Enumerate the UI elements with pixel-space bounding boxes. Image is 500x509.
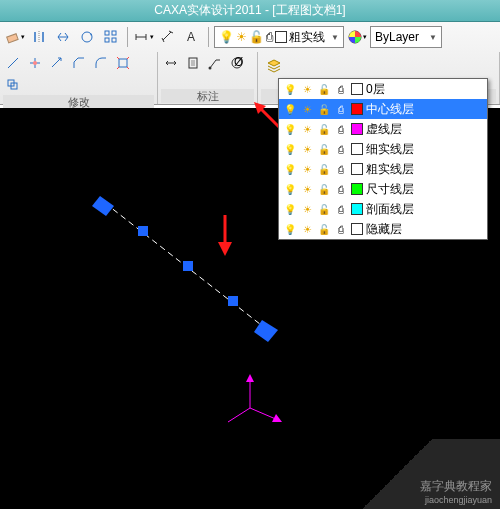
lightbulb-icon: 💡 [283,82,297,96]
svg-marker-17 [246,374,254,382]
lightbulb-icon: 💡 [283,222,297,236]
print-icon: ⎙ [334,222,348,236]
tool-trim[interactable] [25,53,45,73]
tool-extend[interactable] [47,53,67,73]
sun-icon: ☀ [300,102,314,116]
layer-name: 剖面线层 [366,201,414,218]
color-swatch [351,203,363,215]
chevron-down-icon: ▼ [331,33,339,42]
svg-point-13 [209,67,212,70]
layer-row[interactable]: 💡☀🔓⎙粗实线层 [279,159,487,179]
sun-icon: ☀ [300,122,314,136]
linetype-combo[interactable]: ByLayer ▼ [370,26,442,48]
print-icon: ⎙ [334,182,348,196]
color-swatch [275,31,287,43]
linetype-text: ByLayer [375,30,419,44]
sun-icon: ☀ [300,202,314,216]
layer-combo-text: 粗实线 [289,29,325,46]
tool-array[interactable] [100,26,122,48]
title-bar: CAXA实体设计2011 - [工程图文档1] [0,0,500,22]
lock-icon: 🔓 [317,202,331,216]
layer-row[interactable]: 💡☀🔓⎙剖面线层 [279,199,487,219]
watermark-line2: jiaochengjiayuan [425,495,492,505]
grip-end-arrow[interactable] [254,320,278,342]
annotation-arrow-2 [210,210,240,260]
layer-name: 隐藏层 [366,221,402,238]
lightbulb-icon: 💡 [283,102,297,116]
lock-icon: 🔓 [317,102,331,116]
grip-node-1[interactable] [138,226,148,236]
ucs-icon [228,374,282,422]
toolbar-row-1: ▾ ▾ A 💡 ☀ 🔓 ⎙ 粗实线 ▼ ▾ ByLayer ▼ [0,22,500,52]
lightbulb-icon: 💡 [219,30,234,44]
tool-chamfer[interactable] [69,53,89,73]
sun-icon: ☀ [300,82,314,96]
color-picker[interactable]: ▾ [346,26,368,48]
lightbulb-icon: 💡 [283,182,297,196]
tool-offset[interactable] [3,75,23,95]
layer-row[interactable]: 💡☀🔓⎙中心线层 [279,99,487,119]
layer-row[interactable]: 💡☀🔓⎙细实线层 [279,139,487,159]
layer-row[interactable]: 💡☀🔓⎙尺寸线层 [279,179,487,199]
layer-name: 0层 [366,81,385,98]
tool-eraser[interactable]: ▾ [4,26,26,48]
lock-icon: 🔓 [317,162,331,176]
layer-name: 虚线层 [366,121,402,138]
tool-dim-doc[interactable] [183,53,203,73]
print-icon: ⎙ [334,122,348,136]
sun-icon: ☀ [236,30,247,44]
print-icon: ⎙ [334,142,348,156]
tool-fillet[interactable] [91,53,111,73]
layer-manager[interactable] [263,55,285,77]
chevron-down-icon: ▼ [429,33,437,42]
sun-icon: ☀ [300,222,314,236]
lock-icon: 🔓 [249,30,264,44]
layer-row[interactable]: 💡☀🔓⎙0层 [279,79,487,99]
tool-mirror-h[interactable] [52,26,74,48]
layer-row[interactable]: 💡☀🔓⎙虚线层 [279,119,487,139]
lightbulb-icon: 💡 [283,122,297,136]
tool-dim-aligned[interactable] [157,26,179,48]
lightbulb-icon: 💡 [283,162,297,176]
layer-name: 细实线层 [366,141,414,158]
separator [127,27,128,47]
tool-line[interactable] [3,53,23,73]
grip-node-2[interactable] [228,296,238,306]
tool-rotate[interactable] [76,26,98,48]
tool-leader[interactable] [205,53,225,73]
svg-text:Ø: Ø [234,55,243,69]
print-icon: ⎙ [334,82,348,96]
print-icon: ⎙ [334,202,348,216]
color-swatch [351,103,363,115]
color-swatch [351,223,363,235]
panel-modify: 修改 [0,52,158,104]
grip-mid[interactable] [183,261,193,271]
grip-start-arrow[interactable] [92,196,114,216]
svg-rect-5 [112,38,116,42]
svg-rect-0 [7,34,18,43]
layer-name: 尺寸线层 [366,181,414,198]
tool-dim-linear[interactable]: ▾ [133,26,155,48]
watermark: 嘉字典教程家 jiaochengjiayuan [340,439,500,509]
tool-text[interactable]: A [181,26,203,48]
svg-text:A: A [187,30,195,44]
lightbulb-icon: 💡 [283,142,297,156]
print-icon: ⎙ [266,30,273,44]
tool-mirror[interactable] [28,26,50,48]
lock-icon: 🔓 [317,142,331,156]
tool-explode[interactable] [113,53,133,73]
print-icon: ⎙ [334,162,348,176]
sun-icon: ☀ [300,162,314,176]
svg-marker-24 [218,242,232,256]
tool-dim-h[interactable] [161,53,181,73]
color-swatch [351,83,363,95]
layer-combo[interactable]: 💡 ☀ 🔓 ⎙ 粗实线 ▼ [214,26,344,48]
sun-icon: ☀ [300,182,314,196]
lock-icon: 🔓 [317,122,331,136]
panel-label-annotate: 标注 [161,89,254,103]
lock-icon: 🔓 [317,82,331,96]
layer-row[interactable]: 💡☀🔓⎙隐藏层 [279,219,487,239]
tool-symbol[interactable]: Ø [227,53,247,73]
panel-label-modify: 修改 [3,95,154,109]
color-swatch [351,183,363,195]
